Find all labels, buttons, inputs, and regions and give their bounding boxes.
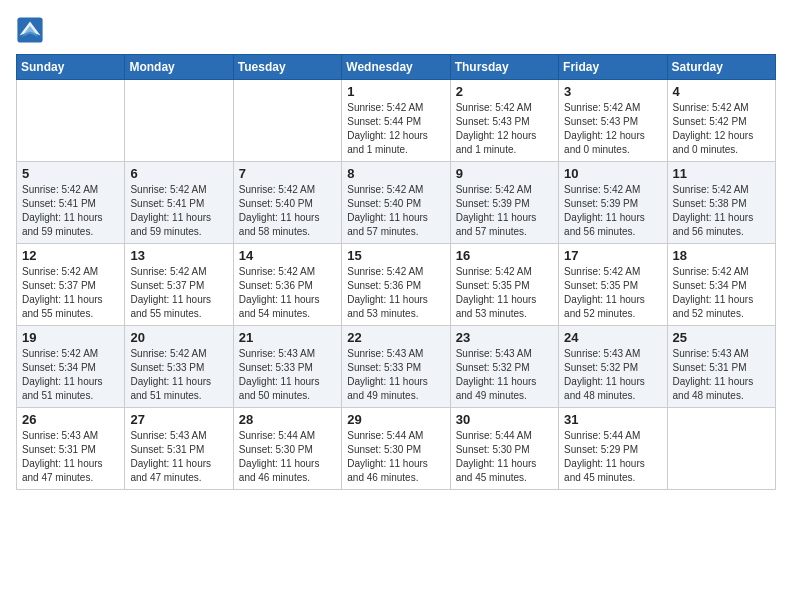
day-info: Sunrise: 5:42 AM Sunset: 5:35 PM Dayligh…	[564, 265, 661, 321]
day-number: 30	[456, 412, 553, 427]
day-info: Sunrise: 5:42 AM Sunset: 5:36 PM Dayligh…	[347, 265, 444, 321]
col-header-monday: Monday	[125, 55, 233, 80]
day-info: Sunrise: 5:42 AM Sunset: 5:37 PM Dayligh…	[130, 265, 227, 321]
calendar-cell	[125, 80, 233, 162]
calendar-week-row: 1Sunrise: 5:42 AM Sunset: 5:44 PM Daylig…	[17, 80, 776, 162]
col-header-sunday: Sunday	[17, 55, 125, 80]
day-info: Sunrise: 5:42 AM Sunset: 5:36 PM Dayligh…	[239, 265, 336, 321]
calendar-cell: 16Sunrise: 5:42 AM Sunset: 5:35 PM Dayli…	[450, 244, 558, 326]
day-number: 21	[239, 330, 336, 345]
day-number: 7	[239, 166, 336, 181]
day-info: Sunrise: 5:42 AM Sunset: 5:34 PM Dayligh…	[22, 347, 119, 403]
day-info: Sunrise: 5:43 AM Sunset: 5:33 PM Dayligh…	[347, 347, 444, 403]
day-number: 2	[456, 84, 553, 99]
calendar-header-row: SundayMondayTuesdayWednesdayThursdayFrid…	[17, 55, 776, 80]
calendar-cell: 3Sunrise: 5:42 AM Sunset: 5:43 PM Daylig…	[559, 80, 667, 162]
calendar-cell: 18Sunrise: 5:42 AM Sunset: 5:34 PM Dayli…	[667, 244, 775, 326]
day-number: 16	[456, 248, 553, 263]
calendar-cell: 27Sunrise: 5:43 AM Sunset: 5:31 PM Dayli…	[125, 408, 233, 490]
day-info: Sunrise: 5:43 AM Sunset: 5:31 PM Dayligh…	[22, 429, 119, 485]
day-info: Sunrise: 5:42 AM Sunset: 5:39 PM Dayligh…	[456, 183, 553, 239]
day-info: Sunrise: 5:42 AM Sunset: 5:43 PM Dayligh…	[456, 101, 553, 157]
day-info: Sunrise: 5:42 AM Sunset: 5:37 PM Dayligh…	[22, 265, 119, 321]
day-number: 24	[564, 330, 661, 345]
day-info: Sunrise: 5:43 AM Sunset: 5:32 PM Dayligh…	[564, 347, 661, 403]
calendar-cell: 6Sunrise: 5:42 AM Sunset: 5:41 PM Daylig…	[125, 162, 233, 244]
day-number: 6	[130, 166, 227, 181]
logo	[16, 16, 48, 44]
calendar-cell: 25Sunrise: 5:43 AM Sunset: 5:31 PM Dayli…	[667, 326, 775, 408]
day-number: 26	[22, 412, 119, 427]
day-number: 22	[347, 330, 444, 345]
day-number: 28	[239, 412, 336, 427]
calendar-cell: 19Sunrise: 5:42 AM Sunset: 5:34 PM Dayli…	[17, 326, 125, 408]
calendar-table: SundayMondayTuesdayWednesdayThursdayFrid…	[16, 54, 776, 490]
calendar-week-row: 26Sunrise: 5:43 AM Sunset: 5:31 PM Dayli…	[17, 408, 776, 490]
day-info: Sunrise: 5:42 AM Sunset: 5:44 PM Dayligh…	[347, 101, 444, 157]
calendar-cell: 13Sunrise: 5:42 AM Sunset: 5:37 PM Dayli…	[125, 244, 233, 326]
day-info: Sunrise: 5:42 AM Sunset: 5:35 PM Dayligh…	[456, 265, 553, 321]
calendar-cell: 26Sunrise: 5:43 AM Sunset: 5:31 PM Dayli…	[17, 408, 125, 490]
calendar-cell: 7Sunrise: 5:42 AM Sunset: 5:40 PM Daylig…	[233, 162, 341, 244]
calendar-cell: 8Sunrise: 5:42 AM Sunset: 5:40 PM Daylig…	[342, 162, 450, 244]
calendar-cell	[667, 408, 775, 490]
day-number: 12	[22, 248, 119, 263]
calendar-cell	[233, 80, 341, 162]
day-number: 20	[130, 330, 227, 345]
day-number: 17	[564, 248, 661, 263]
calendar-week-row: 12Sunrise: 5:42 AM Sunset: 5:37 PM Dayli…	[17, 244, 776, 326]
day-number: 3	[564, 84, 661, 99]
day-number: 31	[564, 412, 661, 427]
calendar-cell: 29Sunrise: 5:44 AM Sunset: 5:30 PM Dayli…	[342, 408, 450, 490]
day-info: Sunrise: 5:42 AM Sunset: 5:38 PM Dayligh…	[673, 183, 770, 239]
calendar-cell: 14Sunrise: 5:42 AM Sunset: 5:36 PM Dayli…	[233, 244, 341, 326]
day-info: Sunrise: 5:42 AM Sunset: 5:42 PM Dayligh…	[673, 101, 770, 157]
day-number: 15	[347, 248, 444, 263]
day-number: 18	[673, 248, 770, 263]
day-info: Sunrise: 5:43 AM Sunset: 5:33 PM Dayligh…	[239, 347, 336, 403]
col-header-saturday: Saturday	[667, 55, 775, 80]
day-info: Sunrise: 5:42 AM Sunset: 5:41 PM Dayligh…	[130, 183, 227, 239]
calendar-cell: 1Sunrise: 5:42 AM Sunset: 5:44 PM Daylig…	[342, 80, 450, 162]
col-header-wednesday: Wednesday	[342, 55, 450, 80]
calendar-cell: 4Sunrise: 5:42 AM Sunset: 5:42 PM Daylig…	[667, 80, 775, 162]
day-number: 10	[564, 166, 661, 181]
day-number: 27	[130, 412, 227, 427]
calendar-cell: 24Sunrise: 5:43 AM Sunset: 5:32 PM Dayli…	[559, 326, 667, 408]
day-number: 14	[239, 248, 336, 263]
day-info: Sunrise: 5:42 AM Sunset: 5:43 PM Dayligh…	[564, 101, 661, 157]
logo-icon	[16, 16, 44, 44]
day-number: 5	[22, 166, 119, 181]
calendar-cell: 22Sunrise: 5:43 AM Sunset: 5:33 PM Dayli…	[342, 326, 450, 408]
col-header-friday: Friday	[559, 55, 667, 80]
day-number: 19	[22, 330, 119, 345]
day-number: 9	[456, 166, 553, 181]
day-info: Sunrise: 5:42 AM Sunset: 5:34 PM Dayligh…	[673, 265, 770, 321]
day-number: 4	[673, 84, 770, 99]
day-info: Sunrise: 5:44 AM Sunset: 5:30 PM Dayligh…	[347, 429, 444, 485]
day-info: Sunrise: 5:42 AM Sunset: 5:41 PM Dayligh…	[22, 183, 119, 239]
day-info: Sunrise: 5:42 AM Sunset: 5:40 PM Dayligh…	[347, 183, 444, 239]
day-number: 23	[456, 330, 553, 345]
calendar-cell	[17, 80, 125, 162]
day-info: Sunrise: 5:44 AM Sunset: 5:30 PM Dayligh…	[239, 429, 336, 485]
day-number: 8	[347, 166, 444, 181]
day-number: 25	[673, 330, 770, 345]
day-number: 1	[347, 84, 444, 99]
calendar-cell: 20Sunrise: 5:42 AM Sunset: 5:33 PM Dayli…	[125, 326, 233, 408]
calendar-cell: 15Sunrise: 5:42 AM Sunset: 5:36 PM Dayli…	[342, 244, 450, 326]
calendar-cell: 23Sunrise: 5:43 AM Sunset: 5:32 PM Dayli…	[450, 326, 558, 408]
calendar-cell: 30Sunrise: 5:44 AM Sunset: 5:30 PM Dayli…	[450, 408, 558, 490]
calendar-cell: 17Sunrise: 5:42 AM Sunset: 5:35 PM Dayli…	[559, 244, 667, 326]
calendar-cell: 2Sunrise: 5:42 AM Sunset: 5:43 PM Daylig…	[450, 80, 558, 162]
day-number: 13	[130, 248, 227, 263]
calendar-cell: 11Sunrise: 5:42 AM Sunset: 5:38 PM Dayli…	[667, 162, 775, 244]
day-info: Sunrise: 5:42 AM Sunset: 5:40 PM Dayligh…	[239, 183, 336, 239]
day-info: Sunrise: 5:43 AM Sunset: 5:31 PM Dayligh…	[673, 347, 770, 403]
col-header-tuesday: Tuesday	[233, 55, 341, 80]
calendar-cell: 5Sunrise: 5:42 AM Sunset: 5:41 PM Daylig…	[17, 162, 125, 244]
day-info: Sunrise: 5:43 AM Sunset: 5:31 PM Dayligh…	[130, 429, 227, 485]
calendar-cell: 9Sunrise: 5:42 AM Sunset: 5:39 PM Daylig…	[450, 162, 558, 244]
day-info: Sunrise: 5:44 AM Sunset: 5:29 PM Dayligh…	[564, 429, 661, 485]
page-header	[16, 16, 776, 44]
